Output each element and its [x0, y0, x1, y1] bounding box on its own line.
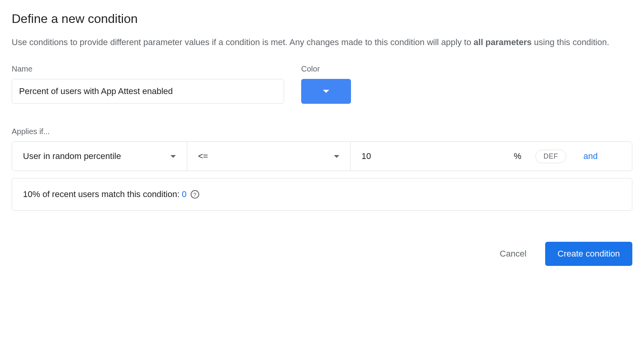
match-text: 10% of recent users match this condition… [23, 189, 179, 199]
description-bold: all parameters [474, 37, 532, 47]
and-button[interactable]: and [583, 151, 598, 161]
operator-text: <= [198, 151, 208, 161]
description-text: Use conditions to provide different para… [12, 35, 632, 49]
def-button[interactable]: DEF [535, 150, 567, 163]
chevron-down-icon [323, 90, 329, 93]
condition-row: User in random percentile <= % DEF and [12, 141, 632, 171]
description-suffix: using this condition. [532, 37, 609, 47]
operator-dropdown[interactable]: <= [187, 142, 351, 171]
applies-label: Applies if... [12, 127, 632, 136]
value-input[interactable] [361, 151, 514, 161]
name-input[interactable] [12, 79, 284, 104]
condition-type-text: User in random percentile [23, 151, 121, 161]
description-prefix: Use conditions to provide different para… [12, 37, 474, 47]
color-label: Color [301, 65, 351, 73]
name-label: Name [12, 65, 284, 73]
page-title: Define a new condition [12, 12, 632, 26]
match-count: 0 [182, 189, 186, 199]
color-picker[interactable] [301, 79, 351, 104]
chevron-down-icon [334, 155, 339, 158]
chevron-down-icon [170, 155, 176, 158]
value-cell: % DEF and [351, 150, 632, 163]
footer-actions: Cancel Create condition [12, 242, 632, 266]
help-icon[interactable]: ? [191, 190, 199, 199]
create-condition-button[interactable]: Create condition [545, 242, 632, 266]
cancel-button[interactable]: Cancel [493, 244, 532, 264]
condition-type-dropdown[interactable]: User in random percentile [12, 142, 187, 171]
match-info-box: 10% of recent users match this condition… [12, 178, 632, 211]
unit-label: % [514, 151, 521, 161]
